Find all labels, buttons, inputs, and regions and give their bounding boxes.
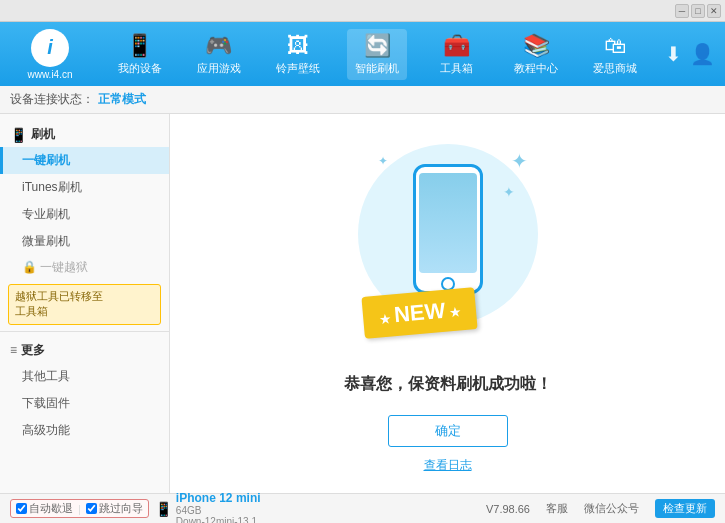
smart-flash-icon: 🔄 (364, 33, 391, 59)
minimize-button[interactable]: ─ (675, 4, 689, 18)
nav-tutorial[interactable]: 📚 教程中心 (506, 29, 566, 80)
flash-section-icon: 📱 (10, 127, 27, 143)
nav-right: ⬇ 👤 (665, 42, 715, 66)
nav-mall[interactable]: 🛍 爱思商城 (585, 29, 645, 80)
toolbox-label: 工具箱 (440, 61, 473, 76)
smart-flash-label: 智能刷机 (355, 61, 399, 76)
sidebar-item-itunes-flash[interactable]: iTunes刷机 (0, 174, 169, 201)
sidebar-divider (0, 331, 169, 332)
checkbox-auto-dismiss[interactable]: 自动歇退 (16, 501, 73, 516)
title-bar: ─ □ ✕ (0, 0, 725, 22)
tutorial-label: 教程中心 (514, 61, 558, 76)
nav-my-device[interactable]: 📱 我的设备 (110, 29, 170, 80)
lock-icon: 🔒 (22, 260, 40, 274)
sidebar-item-download-firmware[interactable]: 下载固件 (0, 390, 169, 417)
skip-wizard-label: 跳过向导 (99, 501, 143, 516)
wallpaper-label: 铃声壁纸 (276, 61, 320, 76)
nav-toolbox[interactable]: 🧰 工具箱 (427, 29, 487, 80)
user-button[interactable]: 👤 (690, 42, 715, 66)
window-controls[interactable]: ─ □ ✕ (675, 4, 721, 18)
my-device-label: 我的设备 (118, 61, 162, 76)
download-button[interactable]: ⬇ (665, 42, 682, 66)
logo: i www.i4.cn (10, 29, 90, 80)
status-value: 正常模式 (98, 91, 146, 108)
sidebar: 📱 刷机 一键刷机 iTunes刷机 专业刷机 微量刷机 🔒 一键越狱 越狱工具… (0, 114, 170, 493)
content-area: ✦ ✦ ✦ NEW 恭喜您，保资料刷机成功啦！ 确定 查看日志 (170, 114, 725, 493)
phone-device (413, 164, 483, 294)
wechat-link[interactable]: 微信公众号 (584, 501, 639, 516)
tutorial-icon: 📚 (523, 33, 550, 59)
main-layout: 📱 刷机 一键刷机 iTunes刷机 专业刷机 微量刷机 🔒 一键越狱 越狱工具… (0, 114, 725, 493)
logo-icon: i (31, 29, 69, 67)
nav-items: 📱 我的设备 🎮 应用游戏 🖼 铃声壁纸 🔄 智能刷机 🧰 工具箱 📚 教程中心… (100, 29, 655, 80)
success-text: 恭喜您，保资料刷机成功啦！ (344, 374, 552, 395)
sidebar-item-advanced[interactable]: 高级功能 (0, 417, 169, 444)
phone-screen (419, 173, 477, 273)
skip-wizard-checkbox[interactable] (86, 503, 97, 514)
sidebar-item-pro-flash[interactable]: 专业刷机 (0, 201, 169, 228)
nav-apps[interactable]: 🎮 应用游戏 (189, 29, 249, 80)
sparkle3-icon: ✦ (378, 154, 388, 168)
status-bar: 设备连接状态： 正常模式 (0, 86, 725, 114)
sidebar-item-other-tools[interactable]: 其他工具 (0, 363, 169, 390)
bottom-bar: 自动歇退 | 跳过向导 📱 iPhone 12 mini 64GB Down-1… (0, 493, 725, 523)
more-label: 更多 (21, 342, 45, 359)
success-illustration: ✦ ✦ ✦ NEW (348, 134, 548, 354)
sidebar-disabled-jailbreak: 🔒 一键越狱 (0, 255, 169, 280)
status-label: 设备连接状态： (10, 91, 94, 108)
mall-icon: 🛍 (604, 33, 626, 59)
nav-wallpaper[interactable]: 🖼 铃声壁纸 (268, 29, 328, 80)
maximize-button[interactable]: □ (691, 4, 705, 18)
mall-label: 爱思商城 (593, 61, 637, 76)
device-system: Down-12mini-13.1 (176, 516, 261, 524)
logo-url: www.i4.cn (27, 69, 72, 80)
check-update-button[interactable]: 检查更新 (655, 499, 715, 518)
wallpaper-icon: 🖼 (287, 33, 309, 59)
my-device-icon: 📱 (126, 33, 153, 59)
navbar: i www.i4.cn 📱 我的设备 🎮 应用游戏 🖼 铃声壁纸 🔄 智能刷机 … (0, 22, 725, 86)
customer-service-link[interactable]: 客服 (546, 501, 568, 516)
sidebar-more-header: ≡ 更多 (0, 338, 169, 363)
bottom-left: 自动歇退 | 跳过向导 📱 iPhone 12 mini 64GB Down-1… (10, 491, 261, 524)
auto-dismiss-checkbox[interactable] (16, 503, 27, 514)
close-button[interactable]: ✕ (707, 4, 721, 18)
logo-symbol: i (47, 36, 53, 59)
sidebar-item-one-click-flash[interactable]: 一键刷机 (0, 147, 169, 174)
sidebar-notice: 越狱工具已转移至 工具箱 (8, 284, 161, 325)
jailbreak-label: 一键越狱 (40, 260, 88, 274)
bottom-right: V7.98.66 客服 微信公众号 检查更新 (486, 499, 715, 518)
toolbox-icon: 🧰 (443, 33, 470, 59)
version-text: V7.98.66 (486, 503, 530, 515)
confirm-button[interactable]: 确定 (388, 415, 508, 447)
nav-smart-flash[interactable]: 🔄 智能刷机 (347, 29, 407, 80)
device-info-section: 📱 iPhone 12 mini 64GB Down-12mini-13.1 (155, 491, 261, 524)
checkbox-group: 自动歇退 | 跳过向导 (10, 499, 149, 518)
sparkle2-icon: ✦ (503, 184, 515, 200)
sidebar-flash-header: 📱 刷机 (0, 122, 169, 147)
sidebar-item-micro-flash[interactable]: 微量刷机 (0, 228, 169, 255)
more-icon: ≡ (10, 343, 17, 357)
auto-dismiss-label: 自动歇退 (29, 501, 73, 516)
device-phone-icon: 📱 (155, 501, 172, 517)
learn-more-link[interactable]: 查看日志 (424, 457, 472, 474)
device-storage: 64GB (176, 505, 261, 516)
apps-icon: 🎮 (205, 33, 232, 59)
flash-section-label: 刷机 (31, 126, 55, 143)
new-banner: NEW (361, 287, 478, 339)
checkbox-skip-wizard[interactable]: 跳过向导 (86, 501, 143, 516)
sparkles-icon: ✦ (511, 149, 528, 173)
apps-label: 应用游戏 (197, 61, 241, 76)
